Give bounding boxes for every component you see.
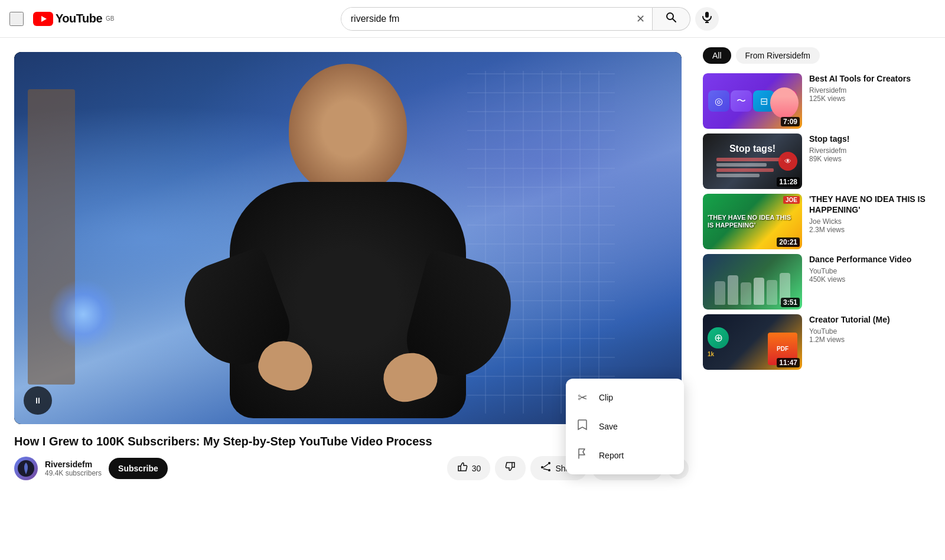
filter-all[interactable]: All: [703, 47, 731, 64]
channel-info: Riversidefm 49.4K subscribers Subscribe: [14, 457, 168, 480]
context-menu-save[interactable]: Save: [566, 412, 684, 441]
bookmark-icon: [575, 419, 589, 434]
channel-avatar-icon: [18, 460, 34, 477]
video-player-container[interactable]: ⏸: [14, 52, 682, 424]
sidebar-channel-v3: Joe Wicks: [809, 217, 933, 226]
search-button[interactable]: [653, 7, 690, 31]
flag-icon: [575, 448, 589, 463]
app-icon-2: 〜: [731, 90, 752, 112]
sidebar-card-v3[interactable]: 'THEY HAVE NO IDEA THIS IS HAPPENING' JO…: [703, 194, 936, 249]
stop-tags-icon: 👁: [778, 152, 797, 171]
subscribe-button[interactable]: Subscribe: [109, 458, 168, 479]
filter-row: All From Riversidefm: [703, 47, 936, 64]
sidebar-title-v1: Best AI Tools for Creators: [809, 73, 933, 84]
context-menu-clip[interactable]: ✂ Clip: [566, 383, 684, 412]
channel-details: Riversidefm 49.4K subscribers: [45, 460, 102, 477]
sidebar-title-v2: Stop tags!: [809, 134, 933, 144]
sidebar-info-v3: 'THEY HAVE NO IDEA THIS IS HAPPENING' Jo…: [807, 194, 936, 249]
video-section-inner: ⏸ How I Grew to 100K Subscribers: My Ste…: [14, 52, 689, 480]
svg-line-8: [543, 464, 548, 468]
channel-name[interactable]: Riversidefm: [45, 460, 102, 469]
light-orb-decoration: [48, 279, 119, 350]
dislike-icon: [504, 461, 516, 476]
scissors-icon: ✂: [575, 390, 589, 405]
sidebar-thumb-v5: ⊕ 1k PDF 11:47: [703, 314, 802, 370]
sidebar-info-v4: Dance Performance Video YouTube 450K vie…: [807, 254, 936, 310]
thumb-2-lines: [716, 158, 788, 179]
sidebar-thumb-v3: 'THEY HAVE NO IDEA THIS IS HAPPENING' JO…: [703, 194, 802, 249]
thumb-duration-v5: 11:47: [777, 358, 800, 367]
play-pause-button[interactable]: ⏸: [24, 386, 52, 415]
context-menu: ✂ Clip Save: [566, 379, 684, 474]
search-clear-button[interactable]: ✕: [629, 8, 652, 30]
thumb-duration-v1: 7:09: [781, 117, 800, 126]
person-thumbnail: [770, 87, 799, 118]
svg-line-3: [673, 19, 676, 22]
search-input[interactable]: [341, 8, 629, 30]
filter-from-riverside[interactable]: From Riversidefm: [736, 47, 820, 64]
joe-badge: JOE: [783, 196, 800, 204]
sidebar-card-v4[interactable]: 3:51 Dance Performance Video YouTube 450…: [703, 254, 936, 310]
sidebar-info-v2: Stop tags! Riversidefm 89K views: [807, 134, 936, 189]
thumb-duration-v2: 11:28: [777, 177, 800, 187]
sidebar-channel-v2: Riversidefm: [809, 146, 933, 155]
sidebar-info-v5: Creator Tutorial (Me) YouTube 1.2M views: [807, 314, 936, 370]
youtube-logo-icon: [33, 12, 53, 26]
sidebar-title-v5: Creator Tutorial (Me): [809, 314, 933, 325]
sidebar-card-v2[interactable]: Stop tags! 👁 11:28 Stop tags! Riversidef…: [703, 134, 936, 189]
like-count: 30: [472, 464, 481, 473]
stop-tags-title: Stop tags!: [729, 144, 775, 154]
sidebar-info-v1: Best AI Tools for Creators Riversidefm 1…: [807, 73, 936, 129]
sidebar-channel-v1: Riversidefm: [809, 86, 933, 95]
search-icon: [665, 11, 677, 26]
presenter-head: [289, 64, 407, 194]
sidebar-meta-v3: 2.3M views: [809, 226, 933, 234]
sidebar-title-v3: 'THEY HAVE NO IDEA THIS IS HAPPENING': [809, 194, 933, 215]
like-icon: [457, 461, 468, 476]
sidebar-meta-v2: 89K views: [809, 155, 933, 163]
header-left: YouTubeGB: [9, 12, 115, 26]
sidebar-meta-v1: 125K views: [809, 95, 933, 103]
mic-icon: [701, 11, 713, 26]
close-icon: ✕: [636, 12, 645, 25]
channel-avatar[interactable]: [14, 457, 38, 480]
thumb-duration-v3: 20:21: [777, 237, 800, 247]
report-label: Report: [599, 451, 624, 460]
app-icon-1: ◎: [708, 90, 729, 112]
sidebar: All From Riversidefm ◎ 〜 ⊟ R 7:09 Best A…: [703, 38, 945, 560]
channel-subs: 49.4K subscribers: [45, 469, 102, 477]
like-button[interactable]: 30: [447, 456, 491, 480]
header: YouTubeGB ✕: [0, 0, 945, 38]
clip-label: Clip: [599, 393, 613, 402]
svg-rect-4: [705, 12, 709, 18]
svg-line-9: [543, 469, 548, 470]
pause-icon: ⏸: [34, 396, 42, 405]
menu-button[interactable]: [9, 12, 24, 26]
main-container: ⏸ How I Grew to 100K Subscribers: My Ste…: [0, 38, 945, 560]
save-label: Save: [599, 422, 618, 431]
search-bar: ✕: [341, 7, 719, 31]
logo-link[interactable]: YouTubeGB: [33, 12, 115, 26]
sidebar-thumb-v4: 3:51: [703, 254, 802, 310]
logo-text: YouTube: [56, 12, 102, 25]
thumb-duration-v4: 3:51: [781, 298, 800, 307]
sidebar-thumb-v1: ◎ 〜 ⊟ R 7:09: [703, 73, 802, 129]
video-section: ⏸ How I Grew to 100K Subscribers: My Ste…: [0, 38, 703, 560]
sidebar-meta-v5: 1.2M views: [809, 336, 933, 344]
sidebar-channel-v5: YouTube: [809, 327, 933, 336]
search-input-wrapper: ✕: [341, 7, 653, 31]
sidebar-meta-v4: 450K views: [809, 275, 933, 284]
context-menu-report[interactable]: Report: [566, 441, 684, 470]
sidebar-card-v1[interactable]: ◎ 〜 ⊟ R 7:09 Best AI Tools for Creators …: [703, 73, 936, 129]
dislike-button[interactable]: [495, 456, 526, 480]
logo-gb: GB: [106, 15, 114, 22]
video-frame[interactable]: ⏸: [14, 52, 682, 424]
presenter-figure: [177, 64, 519, 424]
share-icon: [540, 461, 552, 476]
mic-button[interactable]: [695, 7, 719, 31]
sidebar-title-v4: Dance Performance Video: [809, 254, 933, 265]
sidebar-thumb-v2: Stop tags! 👁 11:28: [703, 134, 802, 189]
sidebar-channel-v4: YouTube: [809, 267, 933, 275]
sidebar-card-v5[interactable]: ⊕ 1k PDF 11:47 Creator Tutorial (Me) You…: [703, 314, 936, 370]
